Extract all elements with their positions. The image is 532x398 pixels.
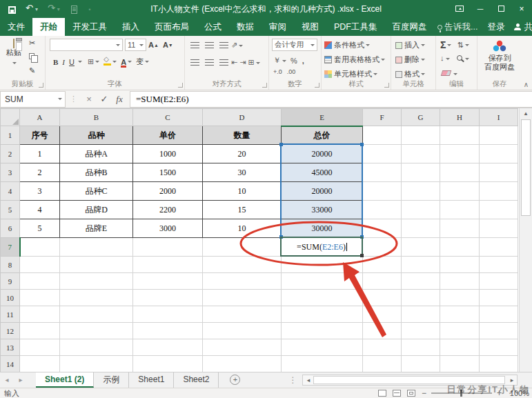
row-header-5[interactable]: 5 — [1, 201, 20, 219]
row-header-1[interactable]: 1 — [1, 126, 20, 145]
cell-E3[interactable]: 45000 — [282, 163, 363, 182]
increase-decimal-button[interactable]: +.0 — [273, 68, 282, 75]
cell-E4[interactable]: 20000 — [282, 182, 363, 201]
cell-I12[interactable] — [480, 323, 518, 339]
formula-input[interactable]: =SUM(E2:E6) — [130, 91, 532, 108]
cell-F12[interactable] — [363, 323, 402, 339]
styles-dialog-launcher[interactable] — [384, 83, 389, 88]
cell-F11[interactable] — [363, 306, 402, 323]
cell-A4[interactable]: 3 — [20, 182, 60, 201]
font-size-combo[interactable]: 11 — [125, 39, 146, 51]
collapse-ribbon-button[interactable]: ∧ — [524, 81, 529, 88]
cell-G6[interactable] — [402, 219, 440, 238]
tab-百度网盘[interactable]: 百度网盘 — [385, 18, 435, 36]
cell-C1[interactable]: 单价 — [133, 126, 203, 145]
cell-H13[interactable] — [440, 339, 480, 356]
col-header-B[interactable]: B — [60, 109, 133, 126]
align-bottom-icon[interactable] — [219, 42, 228, 48]
cell-I13[interactable] — [480, 339, 518, 356]
comma-style-button[interactable]: , — [302, 57, 304, 65]
decrease-indent-button[interactable]: ⇤ — [231, 58, 237, 67]
cell-B7[interactable] — [60, 238, 133, 257]
cell-B6[interactable]: 品牌E — [60, 219, 133, 238]
cell-I5[interactable] — [480, 201, 518, 219]
cell-G1[interactable] — [402, 126, 440, 145]
font-color-button[interactable]: A — [121, 59, 132, 66]
sheet-nav-left-arrow[interactable]: ◂ — [0, 372, 14, 388]
align-left-icon[interactable] — [190, 59, 199, 66]
cell-A7[interactable] — [20, 238, 60, 257]
new-sheet-button[interactable]: + — [230, 375, 240, 385]
normal-view-button[interactable] — [378, 390, 386, 397]
cell-B4[interactable]: 品种C — [60, 182, 133, 201]
cell-E12[interactable] — [282, 323, 363, 339]
cell-A13[interactable] — [20, 339, 60, 356]
cell-I9[interactable] — [480, 273, 518, 290]
cell-G14[interactable] — [402, 356, 440, 372]
fill-button[interactable]: ↓ — [440, 54, 450, 62]
cell-D11[interactable] — [203, 306, 282, 323]
cell-I6[interactable] — [480, 219, 518, 238]
zoom-out-button[interactable]: − — [422, 388, 426, 398]
cell-H3[interactable] — [440, 163, 480, 182]
cell-C12[interactable] — [133, 323, 203, 339]
cell-A14[interactable] — [20, 356, 60, 372]
cell-E8[interactable] — [282, 257, 363, 273]
borders-button[interactable]: ⊞ — [88, 57, 99, 66]
select-all-corner[interactable] — [1, 109, 20, 126]
cell-B8[interactable] — [60, 257, 133, 273]
cell-I4[interactable] — [480, 182, 518, 201]
cell-D6[interactable]: 10 — [203, 219, 282, 238]
cell-D13[interactable] — [203, 339, 282, 356]
cell-F10[interactable] — [363, 290, 402, 306]
page-break-view-button[interactable] — [407, 390, 415, 397]
cell-B10[interactable] — [60, 290, 133, 306]
col-header-I[interactable]: I — [480, 109, 518, 126]
minimize-button[interactable]: ─ — [470, 0, 491, 18]
ribbon-display-options-button[interactable] — [449, 0, 470, 18]
bold-button[interactable]: B — [53, 58, 58, 66]
cell-D2[interactable]: 20 — [203, 145, 282, 163]
percent-style-button[interactable]: % — [290, 57, 297, 65]
cell-E13[interactable] — [282, 339, 363, 356]
cell-C3[interactable]: 1500 — [133, 163, 203, 182]
cell-B9[interactable] — [60, 273, 133, 290]
col-header-A[interactable]: A — [20, 109, 60, 126]
cell-F1[interactable] — [363, 126, 402, 145]
cell-G4[interactable] — [402, 182, 440, 201]
col-header-G[interactable]: G — [402, 109, 440, 126]
row-header-9[interactable]: 9 — [1, 273, 20, 290]
row-header-7[interactable]: 7 — [1, 238, 20, 257]
insert-function-button[interactable]: fx — [112, 94, 127, 105]
merge-center-button[interactable]: ⊞ — [248, 58, 259, 67]
cell-A3[interactable]: 2 — [20, 163, 60, 182]
copy-button[interactable] — [29, 52, 35, 61]
cell-H1[interactable] — [440, 126, 480, 145]
print-preview-icon[interactable] — [71, 6, 77, 14]
cell-I3[interactable] — [480, 163, 518, 182]
cell-H7[interactable] — [440, 238, 480, 257]
cell-E10[interactable] — [282, 290, 363, 306]
page-layout-view-button[interactable] — [393, 390, 401, 397]
col-header-F[interactable]: F — [363, 109, 402, 126]
cell-B2[interactable]: 品种A — [60, 145, 133, 163]
tab-视图[interactable]: 视图 — [294, 18, 326, 36]
cell-F9[interactable] — [363, 273, 402, 290]
active-cell-E7[interactable]: =SUM(E2:E6) — [282, 238, 363, 257]
cell-H10[interactable] — [440, 290, 480, 306]
accounting-format-button[interactable]: ￥ — [273, 55, 286, 66]
cell-C4[interactable]: 2000 — [133, 182, 203, 201]
tell-me-box[interactable]: 告诉我... — [437, 18, 478, 36]
row-header-3[interactable]: 3 — [1, 163, 20, 182]
cell-C6[interactable]: 3000 — [133, 219, 203, 238]
cell-B5[interactable]: 品牌D — [60, 201, 133, 219]
row-header-6[interactable]: 6 — [1, 219, 20, 238]
cell-A8[interactable] — [20, 257, 60, 273]
cell-C5[interactable]: 2200 — [133, 201, 203, 219]
cell-F7[interactable] — [363, 238, 402, 257]
row-header-12[interactable]: 12 — [1, 323, 20, 339]
cell-D12[interactable] — [203, 323, 282, 339]
cell-G9[interactable] — [402, 273, 440, 290]
row-header-14[interactable]: 14 — [1, 356, 20, 372]
scroll-left-arrow[interactable]: ◂ — [303, 375, 313, 385]
